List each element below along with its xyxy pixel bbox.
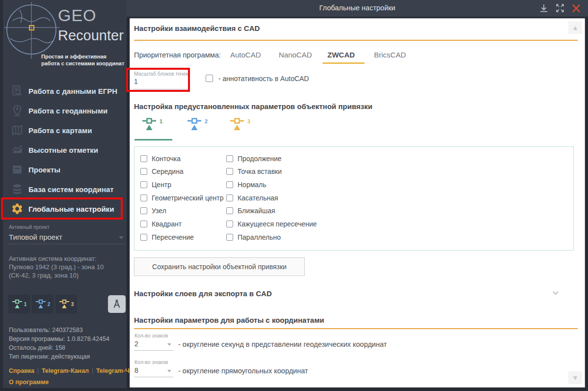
document-search-icon	[11, 84, 24, 97]
drafting-compass-icon	[111, 299, 122, 309]
sidebar-item-global-settings[interactable]: Глобальные настройки	[3, 199, 130, 219]
scale-input[interactable]: 1	[134, 78, 138, 85]
logo-text-geo: GEO	[58, 6, 97, 25]
checkbox-uzel[interactable]	[140, 207, 147, 214]
priority-program-label: Приоритетная программа:	[134, 51, 221, 59]
dropdown-arrow-icon[interactable]	[167, 370, 171, 372]
digits-input-1-label: Кол-во знаков	[134, 333, 168, 338]
license-type-text: Тип лицензии: действующая	[9, 353, 90, 360]
dropdown-arrow-icon[interactable]	[167, 343, 171, 346]
checkbox-parallelno[interactable]	[226, 234, 233, 241]
sidebar-item-maps[interactable]: Работа с картами	[3, 120, 130, 140]
active-project-label: Активный проект	[9, 224, 50, 230]
settings-panel: ▲ Настройки взаимодействия с CAD Приорит…	[130, 18, 585, 388]
version-text: Версия программы: 1.0.8278.42454	[9, 335, 109, 342]
checkbox-peresechenie[interactable]	[140, 234, 147, 241]
sidebar-item-cs-database[interactable]: База систем координат	[3, 179, 130, 199]
coords-section-title: Настройки параметров для работы с коорди…	[134, 316, 324, 324]
checkbox-kazhusheesya[interactable]	[226, 221, 233, 227]
checkbox-blizhayshaya[interactable]	[226, 207, 233, 214]
checkbox-label: Конточка	[152, 155, 181, 163]
sidebar-item-label: Работа с данными ЕГРН	[28, 87, 117, 95]
annotative-checkbox[interactable]	[206, 75, 213, 82]
tab-autocad[interactable]: AutoCAD	[230, 51, 261, 59]
app-tagline: Простая и эффективная работа с системами…	[41, 53, 125, 67]
sidebar-item-label: Глобальные настройки	[28, 205, 114, 213]
digits-input-1[interactable]: 2	[134, 340, 138, 348]
snap-tab-number: 1	[160, 118, 162, 124]
layers-section-title: Настройки слоев для экспорта в CAD	[134, 289, 272, 298]
digits-input-2[interactable]: 8	[134, 366, 138, 374]
save-snap-settings-button[interactable]: Сохранить настройки объектной привязки	[134, 257, 305, 276]
checkbox-label: Центр	[152, 181, 171, 189]
download-icon[interactable]	[538, 3, 549, 13]
chevron-down-icon[interactable]	[552, 289, 559, 296]
checkbox-label: Точка вставки	[238, 168, 282, 175]
sidebar-item-label: База систем координат	[28, 185, 114, 194]
active-cs-label: Активная система координат:	[9, 255, 125, 263]
checkbox-label: Пересечение	[152, 233, 194, 241]
close-icon[interactable]	[571, 3, 582, 13]
sidebar-item-egrn[interactable]: Работа с данными ЕГРН	[3, 81, 130, 101]
input-underline	[133, 89, 188, 89]
expand-icon[interactable]	[555, 3, 565, 13]
checkbox-label: Квадрант	[152, 220, 182, 228]
sidebar-item-elevations[interactable]: Высотные отметки	[3, 140, 130, 160]
gear-icon	[11, 202, 24, 215]
scale-input-label: Масштаб блоков точек	[134, 71, 188, 77]
checkbox-kontochka[interactable]	[140, 155, 147, 162]
checkbox-kasatelnaya[interactable]	[226, 195, 233, 201]
tab-nanocad[interactable]: NanoCAD	[279, 51, 312, 59]
sidebar-item-geodata[interactable]: Работа с геоданными	[3, 101, 130, 120]
window-titlebar: Глобальные настройки	[127, 0, 588, 17]
user-id-text: Пользователь: 240372583	[9, 327, 83, 334]
snap-marker-icon	[230, 117, 244, 131]
digits-input-1-desc: - округление секунд в представлении геод…	[178, 340, 387, 348]
input-underline	[134, 377, 173, 377]
map-icon	[11, 124, 24, 137]
snap-marker-icon	[187, 117, 202, 131]
cad-section-title: Настройки взаимодействия с CAD	[134, 24, 260, 32]
checkbox-label: Продолжение	[238, 155, 282, 163]
checkbox-centr[interactable]	[140, 181, 147, 188]
days-left-text: Осталось дней: 158	[9, 344, 65, 351]
tab-bricscad[interactable]: BricsCAD	[374, 51, 406, 59]
snap-preset-number: 1	[24, 302, 27, 307]
link-separator	[38, 368, 38, 374]
checkbox-label: Геометрический центр	[152, 194, 224, 202]
scroll-up-button[interactable]: ▲	[568, 21, 582, 34]
telegram-channel-link[interactable]: Telegram-Канал	[42, 367, 89, 374]
snap-tab-number: 2	[205, 118, 208, 124]
annotation-tool-button[interactable]	[108, 295, 126, 313]
sidebar-item-projects[interactable]: Проекты	[3, 160, 130, 179]
digits-input-2-label: Кол-во знаков	[134, 359, 168, 365]
checkbox-normal[interactable]	[226, 181, 233, 188]
snap-tab-2[interactable]: 2	[187, 117, 208, 131]
snap-preset-1-button[interactable]: 1	[8, 295, 30, 313]
help-link[interactable]: Справка	[9, 367, 34, 374]
active-project-dropdown[interactable]: Типовой проект	[8, 232, 125, 244]
scroll-down-button[interactable]: ▼	[568, 371, 582, 384]
snap-preset-2-button[interactable]: 2	[32, 295, 53, 313]
checkbox-label: Параллельно	[238, 233, 281, 241]
window-title: Глобальные настройки	[127, 4, 588, 12]
checkbox-tochka-vstavki[interactable]	[226, 168, 233, 175]
snap-tab-1[interactable]: 1	[142, 117, 162, 131]
tab-zwcad[interactable]: ZWCAD	[327, 51, 355, 59]
checkbox-label: Кажущееся пересечение	[238, 220, 317, 228]
snap-tab-3[interactable]: 3	[230, 117, 250, 131]
snap-preset-number: 3	[71, 302, 74, 307]
snap-preset-3-button[interactable]: 3	[55, 295, 77, 313]
globe-logo-icon	[3, 1, 62, 60]
checkbox-label: Ближайшая	[238, 207, 275, 215]
checkbox-kvadrant[interactable]	[140, 221, 147, 227]
digits-input-2-desc: - округление прямоугольных координат	[178, 367, 308, 375]
snap-tab-number: 3	[247, 118, 250, 124]
checkbox-prodolzhenie[interactable]	[226, 155, 233, 162]
sidebar-item-label: Проекты	[28, 166, 60, 174]
input-underline	[134, 350, 173, 351]
checkbox-seredina[interactable]	[140, 168, 147, 175]
about-link[interactable]: О программе	[9, 379, 49, 386]
snap-marker-icon	[12, 299, 23, 309]
checkbox-geom-centr[interactable]	[140, 195, 147, 201]
